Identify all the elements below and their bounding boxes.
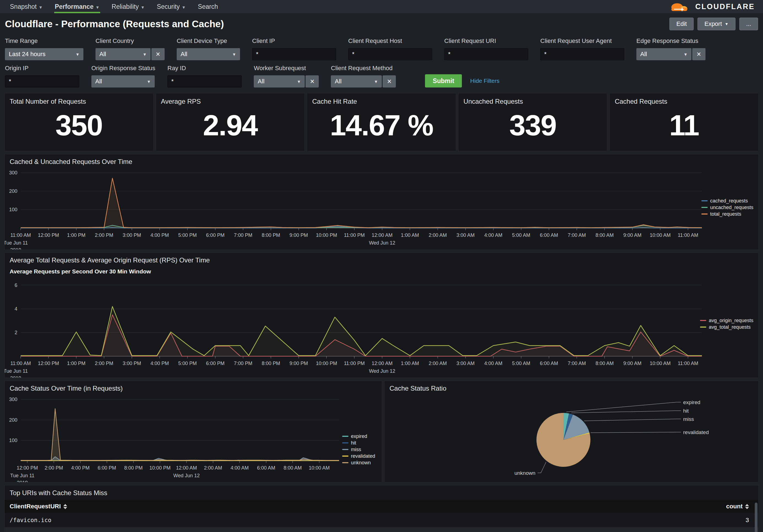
svg-text:3:00 AM: 3:00 AM xyxy=(456,361,475,366)
svg-text:6:00 PM: 6:00 PM xyxy=(206,361,225,366)
time-range-select[interactable]: Last 24 hours ▼ xyxy=(5,48,83,60)
panel-average-rps: Average Total Requests & Average Origin … xyxy=(4,252,759,378)
filter-label: Origin IP xyxy=(5,65,79,72)
select-value: All xyxy=(335,78,371,85)
client-request-method-clear-button[interactable]: × xyxy=(382,75,396,87)
svg-text:3:00 AM: 3:00 AM xyxy=(456,232,475,238)
chart-legend: expired hit miss revalidated unknown xyxy=(342,433,375,466)
filter-label: Origin Response Status xyxy=(91,65,155,72)
chevron-down-icon: ▼ xyxy=(182,5,186,10)
origin-ip-input[interactable] xyxy=(5,75,79,87)
legend-label: cached_requests xyxy=(710,198,748,204)
legend-item-hit[interactable]: hit xyxy=(342,440,375,446)
svg-text:5:00 PM: 5:00 PM xyxy=(178,232,197,238)
svg-text:1:00 AM: 1:00 AM xyxy=(401,361,419,366)
select-value: Last 24 hours xyxy=(9,50,72,58)
column-header-clientrequesturi[interactable]: ClientRequestURI xyxy=(5,503,689,510)
table-scrollbar[interactable] xyxy=(755,502,757,532)
svg-text:Tue Jun 11: Tue Jun 11 xyxy=(5,368,28,374)
nav-item-snapshot[interactable]: Snapshot▼ xyxy=(4,0,49,13)
client-request-uri-input[interactable] xyxy=(444,48,528,60)
client-request-user-agent-input[interactable] xyxy=(540,48,624,60)
client-ip-input[interactable] xyxy=(252,48,336,60)
svg-text:9:00 PM: 9:00 PM xyxy=(289,232,308,238)
svg-text:Wed Jun 12: Wed Jun 12 xyxy=(369,240,395,246)
filter-label: Client IP xyxy=(252,38,336,44)
table-row[interactable]: / 2 xyxy=(5,528,758,532)
client-request-host-input[interactable] xyxy=(348,48,432,60)
svg-text:11:00 AM: 11:00 AM xyxy=(678,232,698,238)
chevron-down-icon: ▼ xyxy=(232,52,236,57)
legend-item-expired[interactable]: expired xyxy=(342,433,375,439)
legend-item-unknown[interactable]: unknown xyxy=(342,460,375,466)
edge-response-status-clear-button[interactable]: × xyxy=(692,48,706,60)
column-header-count[interactable]: count xyxy=(689,503,758,510)
select-value: All xyxy=(640,50,680,58)
client-country-clear-button[interactable]: × xyxy=(152,48,164,60)
svg-text:12:00 PM: 12:00 PM xyxy=(38,232,59,238)
svg-text:6:00 AM: 6:00 AM xyxy=(257,465,275,471)
filter-time-range: Time Range Last 24 hours ▼ xyxy=(5,38,83,60)
panel-cached-uncached-requests: Cached & Uncached Requests Over Time 100… xyxy=(4,154,759,250)
svg-text:revalidated: revalidated xyxy=(683,429,709,435)
client-request-method-select[interactable]: All ▼ xyxy=(331,75,382,87)
legend-item-avg-total-requests[interactable]: avg_total_requests xyxy=(700,324,753,330)
legend-color-swatch xyxy=(701,207,708,208)
svg-text:8:00 AM: 8:00 AM xyxy=(596,232,613,238)
legend-label: uncached_requests xyxy=(710,205,753,211)
more-options-button[interactable]: ... xyxy=(739,18,758,30)
svg-text:10:00 PM: 10:00 PM xyxy=(316,361,337,366)
filter-client-request-method: Client Request Method All ▼ × xyxy=(331,65,396,87)
svg-text:4:00 AM: 4:00 AM xyxy=(484,232,502,238)
svg-text:10:00 AM: 10:00 AM xyxy=(309,465,330,471)
sort-icon xyxy=(745,504,749,509)
nav-item-performance[interactable]: Performance▼ xyxy=(49,0,105,13)
worker-subrequest-clear-button[interactable]: × xyxy=(305,75,319,87)
svg-text:8:00 PM: 8:00 PM xyxy=(262,232,280,238)
svg-text:4:00 AM: 4:00 AM xyxy=(230,465,249,471)
submit-button[interactable]: Submit xyxy=(425,74,462,87)
worker-subrequest-select[interactable]: All ▼ xyxy=(254,75,305,87)
legend-item-uncached-requests[interactable]: uncached_requests xyxy=(701,205,753,211)
client-device-type-select[interactable]: All ▼ xyxy=(177,48,240,60)
legend-item-avg-origin-requests[interactable]: avg_origin_requests xyxy=(700,318,753,323)
nav-item-reliability[interactable]: Reliability▼ xyxy=(106,0,151,13)
filter-label: Edge Response Status xyxy=(636,38,706,44)
legend-item-revalidated[interactable]: revalidated xyxy=(342,453,375,459)
svg-text:2019: 2019 xyxy=(10,247,21,249)
panel-title: Cached & Uncached Requests Over Time xyxy=(5,154,758,167)
chevron-down-icon: ▼ xyxy=(39,5,43,10)
chevron-down-icon: ▼ xyxy=(374,79,378,84)
cache-status-ratio-pie: expiredhitmissrevalidatedunknown xyxy=(384,394,758,482)
origin-response-status-select[interactable]: All ▼ xyxy=(91,75,155,87)
nav-item-search[interactable]: Search xyxy=(192,0,224,13)
select-value: All xyxy=(99,50,139,58)
legend-item-total-requests[interactable]: total_requests xyxy=(701,211,753,217)
svg-text:hit: hit xyxy=(683,408,689,414)
filter-edge-response-status: Edge Response Status All ▼ × xyxy=(636,38,706,60)
edit-button[interactable]: Edit xyxy=(669,18,694,30)
edge-response-status-select[interactable]: All ▼ xyxy=(636,48,692,60)
panel-title: Top URIs with Cache Status Miss xyxy=(5,486,758,498)
export-button[interactable]: Export▼ xyxy=(698,18,735,30)
panel-top-uris: Top URIs with Cache Status Miss ClientRe… xyxy=(4,485,759,532)
table-row[interactable]: /favicon.ico 3 xyxy=(5,513,758,528)
svg-text:11:00 PM: 11:00 PM xyxy=(344,361,365,366)
svg-text:7:00 PM: 7:00 PM xyxy=(234,361,253,366)
svg-text:Tue Jun 11: Tue Jun 11 xyxy=(10,473,35,478)
svg-text:7:00 PM: 7:00 PM xyxy=(234,232,253,238)
svg-text:1:00 PM: 1:00 PM xyxy=(67,232,86,238)
nav-item-security[interactable]: Security▼ xyxy=(151,0,192,13)
filter-client-country: Client Country All ▼ × xyxy=(95,38,164,60)
legend-item-miss[interactable]: miss xyxy=(342,447,375,453)
client-country-select[interactable]: All ▼ xyxy=(95,48,151,60)
hide-filters-link[interactable]: Hide Filters xyxy=(470,78,499,84)
chevron-down-icon: ▼ xyxy=(141,5,145,10)
svg-text:12:00 AM: 12:00 AM xyxy=(372,232,392,238)
legend-item-cached-requests[interactable]: cached_requests xyxy=(701,198,753,204)
stat-value: 14.67 % xyxy=(307,108,456,142)
svg-text:10:00 PM: 10:00 PM xyxy=(150,465,171,471)
filter-label: Client Request URI xyxy=(444,38,528,44)
ray-id-input[interactable] xyxy=(167,75,242,87)
stat-panel-total-number-of-requests: Total Number of Requests 350 xyxy=(4,93,154,151)
